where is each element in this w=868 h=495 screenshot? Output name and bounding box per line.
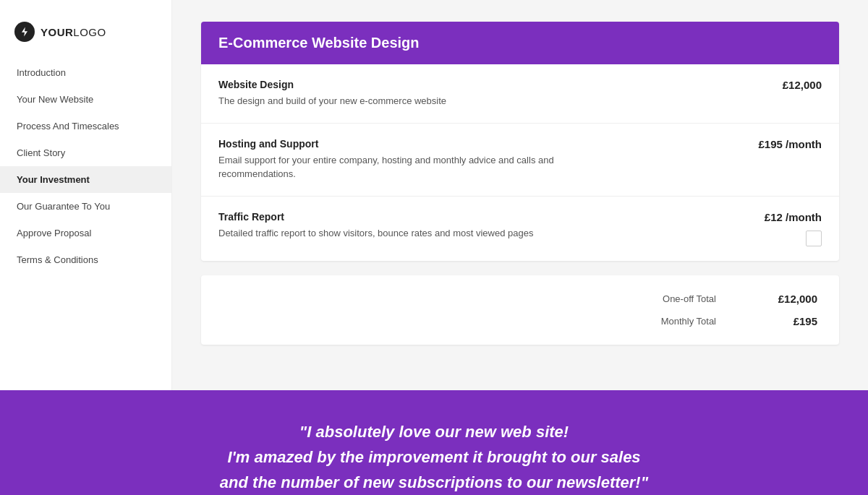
main-content: E-Commerce Website Design Website Design… bbox=[172, 0, 868, 390]
sidebar: YOURLOGO Introduction Your New Website P… bbox=[0, 0, 172, 390]
total-value-oneoff: £12,000 bbox=[760, 293, 817, 305]
line-item-desc-3: Detailed traffic report to show visitors… bbox=[218, 226, 595, 241]
logo-area: YOURLOGO bbox=[0, 14, 171, 59]
footer-banner: "I absolutely love our new web site! I'm… bbox=[0, 390, 868, 495]
totals-card: One-off Total £12,000 Monthly Total £195 bbox=[201, 275, 839, 345]
line-item-price-1: £12,000 bbox=[783, 79, 822, 91]
line-item-title-2: Hosting and Support bbox=[218, 138, 744, 150]
line-item-title-3: Traffic Report bbox=[218, 211, 750, 223]
footer-quote: "I absolutely love our new web site! I'm… bbox=[43, 419, 825, 495]
main-card: E-Commerce Website Design Website Design… bbox=[201, 22, 839, 261]
total-label-oneoff: One-off Total bbox=[663, 293, 716, 304]
svg-marker-0 bbox=[22, 27, 27, 37]
sidebar-item-your-new-website[interactable]: Your New Website bbox=[0, 86, 171, 113]
line-item-title-1: Website Design bbox=[218, 79, 768, 90]
card-title: E-Commerce Website Design bbox=[218, 35, 822, 51]
sidebar-nav: Introduction Your New Website Process An… bbox=[0, 59, 171, 273]
line-item-hosting: Hosting and Support Email support for yo… bbox=[201, 124, 839, 197]
sidebar-item-our-guarantee[interactable]: Our Guarantee To You bbox=[0, 193, 171, 220]
traffic-report-checkbox[interactable] bbox=[806, 231, 822, 246]
card-header: E-Commerce Website Design bbox=[201, 22, 839, 64]
sidebar-item-introduction[interactable]: Introduction bbox=[0, 59, 171, 86]
total-row-oneoff: One-off Total £12,000 bbox=[223, 293, 817, 305]
sidebar-item-client-story[interactable]: Client Story bbox=[0, 139, 171, 166]
line-item-desc-2: Email support for your entire company, h… bbox=[218, 153, 595, 181]
total-label-monthly: Monthly Total bbox=[661, 316, 716, 327]
total-value-monthly: £195 bbox=[760, 315, 817, 327]
sidebar-item-process-timescales[interactable]: Process And Timescales bbox=[0, 113, 171, 139]
sidebar-item-approve-proposal[interactable]: Approve Proposal bbox=[0, 220, 171, 246]
line-item-website-design: Website Design The design and build of y… bbox=[201, 64, 839, 124]
line-item-price-2: £195 /month bbox=[758, 138, 822, 150]
logo-text: YOURLOGO bbox=[41, 26, 106, 38]
total-row-monthly: Monthly Total £195 bbox=[223, 315, 817, 327]
line-item-traffic: Traffic Report Detailed traffic report t… bbox=[201, 197, 839, 261]
line-item-price-3: £12 /month bbox=[765, 211, 822, 223]
sidebar-item-terms-conditions[interactable]: Terms & Conditions bbox=[0, 246, 171, 273]
logo-icon bbox=[14, 22, 35, 42]
line-item-desc-1: The design and build of your new e-comme… bbox=[218, 94, 595, 108]
sidebar-item-your-investment[interactable]: Your Investment bbox=[0, 166, 171, 193]
